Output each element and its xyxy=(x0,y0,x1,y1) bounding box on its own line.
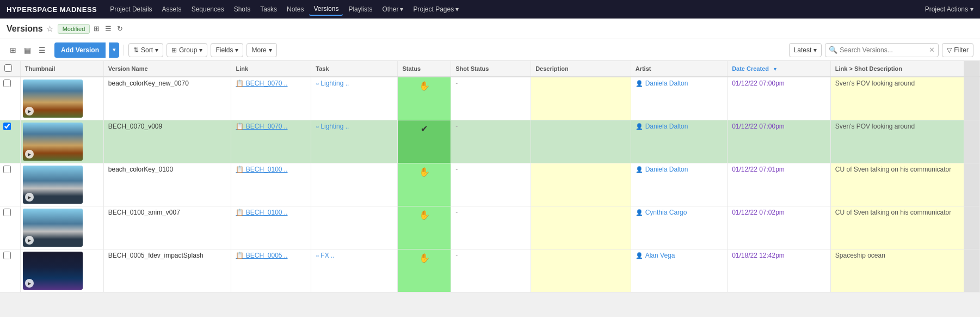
select-all-checkbox[interactable] xyxy=(4,64,12,72)
link-cell: 📋 BECH_0100 .. xyxy=(231,206,311,249)
table-row: ▶ BECH_0005_fdev_impactSplash 📋 BECH_000… xyxy=(0,249,980,292)
thumbnail-cell[interactable]: ▶ xyxy=(20,206,103,249)
col-header-link-shot-desc[interactable]: Link > Shot Description xyxy=(830,61,964,77)
grid-view-icon[interactable]: ▦ xyxy=(21,44,34,57)
play-icon[interactable]: ▶ xyxy=(25,236,34,245)
version-name[interactable]: beach_colorKey_0100 xyxy=(108,166,173,173)
col-header-description[interactable]: Description xyxy=(531,61,631,77)
nav-sequences[interactable]: Sequences xyxy=(187,3,229,15)
more-chevron-icon: ▾ xyxy=(269,46,272,54)
version-name[interactable]: BECH_0100_anim_v007 xyxy=(108,209,180,216)
artist-name[interactable]: 👤Alan Vega xyxy=(636,252,723,259)
row-checkbox[interactable] xyxy=(3,80,11,87)
col-header-checkbox[interactable] xyxy=(0,61,20,77)
nav-notes[interactable]: Notes xyxy=(282,3,308,15)
link-value[interactable]: 📋 BECH_0100 .. xyxy=(236,166,287,173)
col-header-artist[interactable]: Artist xyxy=(631,61,727,77)
thumbnail-cell[interactable]: ▶ xyxy=(20,249,103,292)
nav-project-details[interactable]: Project Details xyxy=(106,3,156,15)
thumbnail-view-icon[interactable]: ⊞ xyxy=(7,44,20,57)
date-created-cell: 01/12/22 07:00pm xyxy=(728,77,831,120)
link-value[interactable]: 📋 BECH_0070 .. xyxy=(236,80,287,87)
play-icon[interactable]: ▶ xyxy=(25,150,34,158)
row-checkbox[interactable] xyxy=(3,209,11,216)
status-icon[interactable]: ✋ xyxy=(402,209,446,221)
play-icon[interactable]: ▶ xyxy=(25,107,34,115)
play-icon[interactable]: ▶ xyxy=(25,193,34,202)
nav-playlists[interactable]: Playlists xyxy=(344,3,377,15)
nav-assets[interactable]: Assets xyxy=(158,3,186,15)
version-name-cell: beach_colorKey_0100 xyxy=(103,163,231,206)
row-checkbox-cell xyxy=(0,120,20,163)
col-header-thumbnail[interactable]: Thumbnail xyxy=(20,61,103,77)
top-nav: HYPERSPACE MADNESS Project Details Asset… xyxy=(0,0,980,19)
status-cell: ✔ xyxy=(398,120,451,163)
nav-other[interactable]: Other ▾ xyxy=(378,3,408,15)
col-header-shot-status[interactable]: Shot Status xyxy=(451,61,531,77)
shot-status-value: - xyxy=(455,252,458,259)
refresh-icon[interactable]: ↻ xyxy=(115,23,125,34)
artist-name[interactable]: 👤Daniela Dalton xyxy=(636,166,723,173)
nav-shots[interactable]: Shots xyxy=(230,3,255,15)
add-version-arrow-button[interactable]: ▾ xyxy=(109,42,119,58)
sort-button[interactable]: ⇅ Sort ▾ xyxy=(128,43,163,57)
project-actions-chevron-icon: ▾ xyxy=(970,5,973,13)
col-header-date-created[interactable]: Date Created ▼ xyxy=(728,61,831,77)
col-header-link[interactable]: Link xyxy=(231,61,311,77)
description-cell xyxy=(531,77,631,120)
row-checkbox[interactable] xyxy=(3,252,11,259)
task-link[interactable]: ○FX .. xyxy=(316,252,393,259)
row-checkbox[interactable] xyxy=(3,166,11,173)
task-link[interactable]: ○Lighting .. xyxy=(316,123,393,130)
status-icon[interactable]: ✋ xyxy=(402,80,446,92)
version-name[interactable]: BECH_0005_fdev_impactSplash xyxy=(108,252,204,259)
filter-button[interactable]: ▽ Filter xyxy=(942,43,973,57)
thumbnail-cell[interactable]: ▶ xyxy=(20,163,103,206)
project-actions-button[interactable]: Project Actions ▾ xyxy=(925,5,973,13)
list-view-icon[interactable]: ☰ xyxy=(35,44,49,57)
fields-button[interactable]: Fields ▾ xyxy=(211,43,243,57)
artist-name[interactable]: 👤Daniela Dalton xyxy=(636,80,723,87)
more-button[interactable]: More ▾ xyxy=(246,43,276,57)
thumbnail-cell[interactable]: ▶ xyxy=(20,77,103,120)
link-value[interactable]: 📋 BECH_0070 .. xyxy=(236,123,287,130)
nav-project-pages[interactable]: Project Pages ▾ xyxy=(409,3,463,15)
favorite-star-icon[interactable]: ☆ xyxy=(46,25,53,33)
task-link[interactable]: ○Lighting .. xyxy=(316,80,393,87)
status-icon[interactable]: ✋ xyxy=(402,252,446,264)
artist-name[interactable]: 👤Daniela Dalton xyxy=(636,123,723,130)
table-row: ▶ BECH_0070_v009 📋 BECH_0070 .. ○Lightin… xyxy=(0,120,980,163)
row-checkbox-cell xyxy=(0,249,20,292)
list-view-icon[interactable]: ☰ xyxy=(103,23,113,34)
group-button[interactable]: ⊞ Group ▾ xyxy=(167,43,207,57)
brand-logo: HYPERSPACE MADNESS xyxy=(7,5,97,14)
layout-icon[interactable]: ⊞ xyxy=(92,23,101,34)
other-chevron-icon: ▾ xyxy=(400,5,403,13)
link-cell: 📋 BECH_0070 .. xyxy=(231,77,311,120)
status-icon[interactable]: ✋ xyxy=(402,166,446,178)
version-name[interactable]: BECH_0070_v009 xyxy=(108,123,162,130)
toolbar-separator-1 xyxy=(124,45,124,56)
play-icon[interactable]: ▶ xyxy=(25,279,34,288)
status-icon[interactable]: ✔ xyxy=(402,123,446,135)
col-header-version-name[interactable]: Version Name xyxy=(103,61,231,77)
latest-chevron-icon: ▾ xyxy=(813,46,817,54)
thumbnail-cell[interactable]: ▶ xyxy=(20,120,103,163)
col-header-task[interactable]: Task xyxy=(311,61,398,77)
task-cell xyxy=(311,163,398,206)
link-shot-desc-value: Sven's POV looking around xyxy=(835,80,915,87)
latest-filter-button[interactable]: Latest ▾ xyxy=(789,43,822,57)
link-value[interactable]: 📋 BECH_0100 .. xyxy=(236,209,287,216)
row-checkbox[interactable] xyxy=(3,123,11,130)
search-input[interactable] xyxy=(840,46,927,54)
artist-name[interactable]: 👤Cynthia Cargo xyxy=(636,209,723,216)
version-name[interactable]: beach_colorKey_new_0070 xyxy=(108,80,189,87)
col-header-status[interactable]: Status xyxy=(398,61,451,77)
link-value[interactable]: 📋 BECH_0005 .. xyxy=(236,252,287,259)
nav-tasks[interactable]: Tasks xyxy=(256,3,281,15)
description-cell xyxy=(531,249,631,292)
search-clear-icon[interactable]: ✕ xyxy=(929,46,935,54)
nav-versions[interactable]: Versions xyxy=(309,3,343,16)
person-icon: 👤 xyxy=(636,80,643,87)
add-version-button[interactable]: Add Version xyxy=(54,42,106,58)
